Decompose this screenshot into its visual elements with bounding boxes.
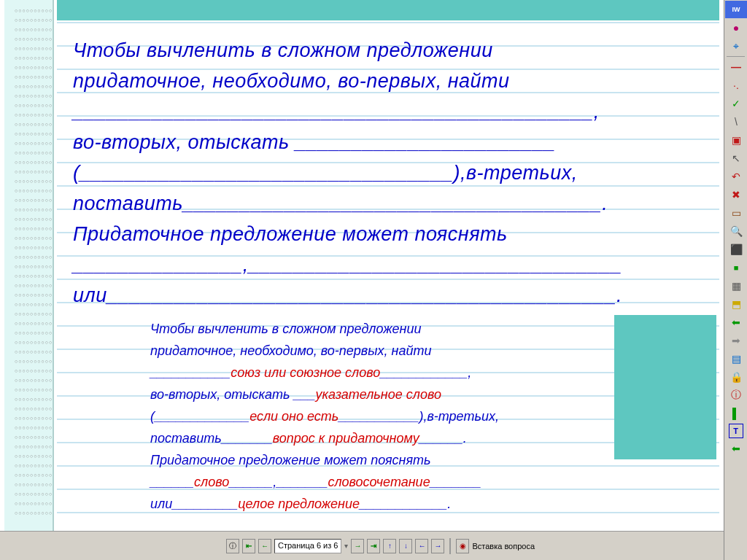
text-line: во-вторых, отыскать ____________________… xyxy=(73,127,700,158)
pencil-tool-icon[interactable]: \ xyxy=(725,113,747,131)
next-page-button[interactable]: → xyxy=(351,539,364,553)
answer-line: придаточное, необходимо, во-первых, найт… xyxy=(150,340,617,362)
text-line: или_____________________________________… xyxy=(73,280,700,311)
cursor-tool-icon[interactable]: ⌖ xyxy=(725,37,747,55)
check-tool-icon[interactable]: ✓ xyxy=(725,95,747,112)
line-tool-icon[interactable]: — xyxy=(725,58,747,76)
answer-text: вопрос к придаточному xyxy=(273,431,419,446)
text-line: (_________________________________),в-тр… xyxy=(73,158,700,188)
insert-question-icon[interactable]: ◉ xyxy=(456,539,469,553)
dot-tool-icon[interactable]: ● xyxy=(725,19,747,36)
binding-holes: ○○○○○○○○○○○○○○○○○○○○○○○○○○○○○○○○○○○○○○○○… xyxy=(15,6,53,518)
highlight-tool-icon[interactable]: ▣ xyxy=(725,131,747,149)
prev-page-button[interactable]: ← xyxy=(258,539,271,553)
square-tool-icon[interactable]: ■ xyxy=(725,259,747,276)
first-page-button[interactable]: ⇤ xyxy=(242,539,255,553)
answer-line: поставить_______вопрос к придаточному___… xyxy=(150,427,617,449)
iw-tool-icon[interactable]: IW xyxy=(725,1,747,18)
insert-question-label[interactable]: Вставка вопроса xyxy=(472,542,535,551)
text-line: ________________________________________… xyxy=(73,96,700,127)
answer-text: слово xyxy=(194,475,229,489)
forward-tool-icon[interactable]: ➡ xyxy=(725,332,747,349)
answer-line: во-вторых, отыскать ___указательное слов… xyxy=(150,384,617,405)
zoom-tool-icon[interactable]: 🔍 xyxy=(725,222,747,240)
color-tool-icon[interactable]: ⬒ xyxy=(725,295,747,313)
main-area: ○○○○○○○○○○○○○○○○○○○○○○○○○○○○○○○○○○○○○○○○… xyxy=(0,0,724,531)
delete-tool-icon[interactable]: ✖ xyxy=(725,186,747,203)
info-button[interactable]: ⓘ xyxy=(226,539,239,553)
dropdown-icon[interactable]: ▾ xyxy=(344,542,348,550)
nav-down-button[interactable]: ↓ xyxy=(399,539,412,553)
answer-line: (_____________если оно есть___________),… xyxy=(150,405,617,427)
last-page-button[interactable]: ⇥ xyxy=(367,539,380,553)
back-tool-icon[interactable]: ⬅ xyxy=(725,314,747,331)
text-line: придаточное, необходимо, во-первых, найт… xyxy=(73,66,700,96)
lock-tool-icon[interactable]: 🔒 xyxy=(725,368,747,386)
text-line: Чтобы вычленить в сложном предложении xyxy=(73,35,700,66)
nav-left-button[interactable]: ← xyxy=(415,539,428,553)
camera-tool-icon[interactable]: ⬛ xyxy=(725,241,747,258)
page-indicator[interactable]: Страница 6 из 6 xyxy=(274,539,341,553)
return-tool-icon[interactable]: ⬅ xyxy=(725,440,747,457)
main-exercise-text: Чтобы вычленить в сложном предложении пр… xyxy=(73,35,700,311)
separator xyxy=(449,538,451,554)
notebook-binding: ○○○○○○○○○○○○○○○○○○○○○○○○○○○○○○○○○○○○○○○○… xyxy=(4,0,54,531)
bar-tool-icon[interactable]: ▌ xyxy=(725,405,747,422)
answer-line: ______слово______,_______словосочетание_… xyxy=(150,471,617,493)
answer-text: целое предложение xyxy=(238,497,360,511)
answer-text: словосочетание xyxy=(328,475,430,489)
answer-line: ___________союз или союзное слово_______… xyxy=(150,362,617,384)
dotted-tool-icon[interactable]: ·. xyxy=(725,77,747,94)
toolbar-separator xyxy=(727,56,745,57)
teal-square xyxy=(614,315,716,459)
answer-text: союз или союзное слово xyxy=(231,365,380,380)
table-tool-icon[interactable]: ▤ xyxy=(725,350,747,368)
stamp-tool-icon[interactable]: ▭ xyxy=(725,204,747,222)
nav-right-button[interactable]: → xyxy=(431,539,444,553)
answer-block: Чтобы вычленить в сложном предложении пр… xyxy=(150,318,617,515)
nav-up-button[interactable]: ↑ xyxy=(383,539,396,553)
info-tool-icon[interactable]: ⓘ xyxy=(725,386,747,404)
undo-tool-icon[interactable]: ↶ xyxy=(725,168,747,185)
answer-text: указательное слово xyxy=(316,387,441,402)
answer-line: или_________целое предложение___________… xyxy=(150,493,617,515)
text-line: поставить_______________________________… xyxy=(73,188,700,219)
arrow-tool-icon[interactable]: ↖ xyxy=(725,149,747,167)
text-tool-icon[interactable]: T xyxy=(729,424,743,438)
answer-line: Придаточное предложение может пояснять xyxy=(150,449,617,471)
right-toolbar: IW ● ⌖ — ·. ✓ \ ▣ ↖ ↶ ✖ ▭ 🔍 ⬛ ■ ▦ ⬒ ⬅ ➡ … xyxy=(724,0,747,560)
text-line: _______________,________________________… xyxy=(73,249,700,280)
text-line: Придаточное предложение может пояснять xyxy=(73,219,700,249)
grid-tool-icon[interactable]: ▦ xyxy=(725,277,747,295)
answer-text: если оно есть xyxy=(249,409,338,424)
status-bar: ⓘ ⇤ ← Страница 6 из 6 ▾ → ⇥ ↑ ↓ ← → ◉ Вс… xyxy=(0,531,724,560)
answer-line: Чтобы вычленить в сложном предложении xyxy=(150,318,617,340)
header-strip xyxy=(57,0,719,20)
